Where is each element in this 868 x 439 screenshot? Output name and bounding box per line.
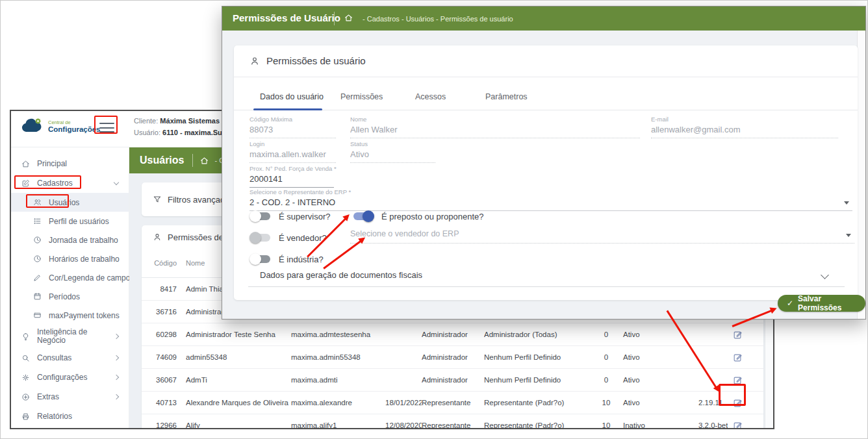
cell-nome: Alify (186, 421, 291, 428)
toggle-off-icon[interactable] (249, 210, 272, 222)
filters-title: Filtros avançado (168, 195, 229, 205)
cell-nome: Administrador Teste Senha (186, 331, 291, 338)
save-button-label: Salvar Permissões (798, 294, 856, 312)
sidebar-item-relatorios[interactable]: Relatórios (11, 407, 129, 426)
sidebar-item-perfil-de-usuarios[interactable]: Perfil de usuários (11, 212, 129, 231)
cell-tipo: Administrador (422, 353, 484, 361)
field-label: Código Máxima (249, 116, 336, 123)
sidebar-item-label: Cor/Legenda de campos (49, 273, 134, 282)
tab-dados-do-usuario[interactable]: Dados do usuário (260, 92, 324, 101)
sidebar-item-periodos[interactable]: Períodos (11, 287, 129, 306)
field-label: Prox. N° Ped. Força de Venda * (249, 165, 334, 172)
cell-tipo: Representante (422, 399, 484, 407)
preposto-toggle[interactable]: É preposto ou proponente? (352, 210, 484, 222)
modal-scrollbar-track[interactable] (857, 31, 865, 319)
tab-permissoes[interactable]: Permissões (340, 92, 383, 101)
sidebar-item-maxpayment-tokens[interactable]: maxPayment tokens (11, 306, 129, 325)
logo-line2: Configurações (48, 125, 101, 133)
tab-acessos[interactable]: Acessos (415, 92, 446, 101)
cell-login: maxima.alify1 (291, 421, 385, 428)
chevron-right-icon (114, 355, 119, 360)
cell-data: 18/01/2022 (385, 399, 422, 407)
field-label: Selecione o Representante do ERP * (249, 188, 852, 195)
edit-icon[interactable] (733, 375, 743, 385)
toggle-label: É supervisor? (279, 212, 330, 221)
active-tab-underline (253, 108, 322, 110)
cell-versao: 2.19.11 (698, 399, 728, 407)
cell-perfil: Representante (Padr?o) (484, 421, 598, 428)
chevron-right-icon (114, 394, 119, 399)
toggle-on-icon[interactable] (352, 210, 374, 222)
nome-field[interactable]: Nome Allen Walker (350, 116, 640, 138)
cell-status: Ativo (614, 399, 698, 407)
fiscal-section-header[interactable]: Dados para geração de documentos fiscais (260, 270, 422, 280)
field-label: E-mail (651, 116, 838, 123)
sidebar-item-jornada-de-trabalho[interactable]: Jornada de trabalho (11, 231, 129, 249)
home-icon[interactable] (344, 14, 353, 22)
sidebar-item-label: Cadastros (37, 179, 73, 188)
sidebar-item-principal[interactable]: Principal (11, 154, 129, 173)
home-icon (21, 160, 30, 168)
sidebar-item-label: Períodos (49, 292, 80, 301)
toggle-off-icon[interactable] (249, 253, 272, 265)
cell-nome: AdmTi (186, 376, 291, 384)
cell-perfil: Nenhum Perfil Definido (484, 376, 598, 384)
vendedor-erp-select[interactable]: Selecione o vendedor do ERP (350, 229, 854, 244)
sidebar-item-configuracoes[interactable]: Configurações (11, 368, 129, 387)
field-value: 88073 (249, 125, 336, 138)
table-row: 40713Alexandre Marques de Oliveiramaxima… (142, 392, 763, 414)
cell-codigo: 74609 (147, 353, 186, 361)
representante-erp-select[interactable]: Selecione o Representante do ERP * 2 - C… (249, 188, 852, 211)
save-permissions-button[interactable]: ✓ Salvar Permissões (778, 295, 865, 312)
vendedor-toggle[interactable]: É vendedor? (249, 232, 327, 244)
cell-num: 0 (598, 353, 614, 361)
sidebar-item-label: Horários de trabalho (49, 255, 120, 264)
toggle-disabled-icon[interactable] (249, 232, 272, 244)
filter-icon (153, 195, 162, 204)
sidebar-item-label: Jornada de trabalho (49, 236, 118, 245)
codigo-maxima-field[interactable]: Código Máxima 88073 (249, 116, 336, 138)
credit-card-icon (33, 311, 42, 320)
prox-pedido-field[interactable]: Prox. N° Ped. Força de Venda * 2000141 (249, 165, 334, 188)
card-title: Permissões de usuário (266, 55, 366, 66)
sidebar-item-consultas[interactable]: Consultas (11, 348, 129, 368)
sidebar-item-cor-legenda-de-campos[interactable]: Cor/Legenda de campos (11, 268, 129, 287)
edit-icon[interactable] (733, 421, 743, 429)
home-icon[interactable] (200, 157, 209, 165)
field-value: 2 - COD. 2 - INTERNO (249, 197, 852, 210)
cell-tipo: Representante (422, 421, 484, 428)
screenshot-canvas: Central de Configurações Cliente: Máxima… (0, 0, 868, 439)
menu-icon[interactable] (99, 123, 114, 136)
supervisor-toggle[interactable]: É supervisor? (249, 210, 330, 222)
logo-line1: Central de (48, 119, 101, 125)
users-icon (33, 198, 42, 207)
sidebar-item-horarios-de-trabalho[interactable]: Horários de trabalho (11, 249, 129, 268)
printer-icon (21, 412, 30, 421)
col-header-codigo[interactable]: Código (147, 259, 186, 267)
email-field[interactable]: E-mail allenwalker@gmail.com (651, 116, 838, 138)
cell-codigo: 36716 (147, 308, 186, 316)
client-label: Cliente: (134, 117, 158, 125)
permissions-modal: Permissões de Usuário - Cadastros - Usuá… (222, 6, 866, 320)
chevron-down-icon[interactable] (821, 271, 829, 279)
sidebar-item-cadastros[interactable]: Cadastros (11, 173, 129, 193)
cell-num: 10 (598, 399, 614, 407)
cell-num: 0 (598, 331, 614, 338)
edit-icon[interactable] (733, 353, 743, 362)
login-field[interactable]: Login maxima.allen.walker (249, 140, 336, 163)
table-row: 36067AdmTimaxima.admtiAdministradorNenhu… (142, 369, 763, 392)
sidebar-item-extras[interactable]: Extras (11, 387, 129, 407)
chevron-right-icon (114, 334, 119, 339)
sidebar-item-usuarios[interactable]: Usuários (11, 193, 129, 212)
status-field[interactable]: Status Ativo (350, 140, 435, 163)
bulb-icon (21, 332, 30, 341)
table-row: 60298Administrador Teste Senhamaxima.adm… (142, 323, 763, 346)
pencil-icon (33, 273, 42, 282)
industria-toggle[interactable]: É indústria? (249, 253, 324, 265)
edit-square-icon (21, 179, 30, 188)
tab-parametros[interactable]: Parâmetros (485, 92, 528, 101)
edit-icon[interactable] (733, 330, 743, 340)
edit-icon[interactable] (733, 398, 743, 408)
sidebar-item-inteligencia-de-negocio[interactable]: Inteligência deNegócio (11, 325, 129, 348)
app-logo: Central de Configurações (20, 118, 101, 134)
